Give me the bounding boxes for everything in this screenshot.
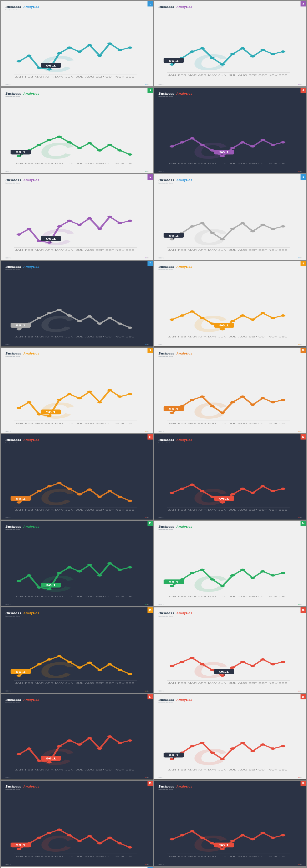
svg-point-301 [107, 490, 112, 492]
svg-text:JUL: JUL [229, 769, 237, 771]
svg-point-183 [87, 315, 92, 317]
chart-svg: C 96.1 JANFEBMARAPRMAYJUNJULAUGSEPOCTNOV… [159, 618, 302, 686]
svg-text:MAY: MAY [208, 682, 217, 684]
svg-point-120 [37, 240, 41, 242]
svg-text:MAR: MAR [35, 595, 44, 597]
svg-text:96.1: 96.1 [219, 151, 229, 154]
title-business-3: Business [5, 92, 22, 95]
dot-inactive-2 [300, 84, 302, 85]
footer-version-2: 01/365 V.1 [159, 84, 164, 86]
title-analytics-5: Analytics [23, 178, 39, 182]
svg-text:JUL: JUL [76, 249, 83, 251]
slide-subtitle-13: Lorem ipsum dolor sit amet [5, 529, 148, 530]
svg-text:JUL: JUL [229, 74, 237, 76]
title-business-5: Business [5, 178, 22, 182]
svg-text:DEC: DEC [278, 74, 287, 76]
svg-text:SEP: SEP [248, 162, 257, 164]
slide-number-badge-11: 11 [147, 434, 153, 439]
svg-text:AUG: AUG [85, 682, 94, 684]
svg-text:FEB: FEB [178, 162, 186, 164]
svg-text:96.1: 96.1 [219, 671, 229, 673]
svg-text:SEP: SEP [96, 249, 104, 251]
dot-inactive-14 [300, 604, 302, 605]
dot-inactive-7 [147, 344, 148, 345]
slide-7: 7 Business Analytics Lorem ipsum dolor s… [1, 261, 153, 347]
svg-text:DEC: DEC [278, 422, 287, 424]
footer-version-12: 01/365 V.1 [159, 517, 164, 519]
chart-svg: C 96.1 JANFEBMARAPRMAYJUNJULAUGSEPOCTNOV… [5, 444, 148, 513]
title-business-7: Business [5, 265, 22, 269]
svg-text:OCT: OCT [258, 249, 267, 251]
svg-point-239 [67, 393, 72, 395]
svg-text:JUL: JUL [229, 422, 237, 424]
title-analytics-9: Analytics [23, 352, 39, 355]
svg-text:96.1: 96.1 [16, 151, 26, 154]
svg-point-216 [281, 314, 285, 316]
svg-point-36 [220, 63, 225, 66]
svg-point-447 [271, 663, 275, 665]
svg-point-534 [117, 842, 122, 844]
slide-footer-17: 01/365 V.1 [5, 777, 148, 778]
dot-indicators-1 [145, 84, 148, 85]
slide-4: 4 Business Analytics Lorem ipsum dolor s… [154, 88, 306, 174]
svg-text:NOV: NOV [115, 422, 125, 424]
svg-text:JUL: JUL [229, 595, 237, 597]
svg-point-439 [190, 657, 195, 659]
svg-text:FEB: FEB [178, 855, 186, 858]
svg-text:NOV: NOV [268, 769, 278, 771]
dot-inactive-1 [147, 84, 148, 85]
svg-text:OCT: OCT [258, 769, 267, 771]
slide-11: 11 Business Analytics Lorem ipsum dolor … [1, 434, 153, 520]
dot-indicators-18 [298, 777, 302, 778]
svg-text:JAN: JAN [168, 422, 176, 424]
svg-point-35 [210, 57, 215, 59]
svg-text:MAY: MAY [55, 595, 64, 597]
svg-point-468 [37, 760, 41, 762]
title-analytics-3: Analytics [23, 92, 39, 95]
svg-point-467 [27, 747, 31, 750]
footer-version-18: 01/365 V.1 [159, 777, 164, 778]
svg-text:SEP: SEP [248, 855, 257, 858]
slide-footer-4: 01/365 V.1 [159, 170, 302, 172]
svg-point-444 [240, 661, 245, 663]
slide-number-badge-16: 16 [301, 608, 306, 613]
dot-inactive-16 [300, 690, 302, 692]
title-business-4: Business [159, 92, 175, 95]
chart-svg: C 96.1 JANFEBMARAPRMAYJUNJULAUGSEPOCTNOV… [159, 184, 302, 253]
svg-point-96 [240, 141, 245, 144]
svg-text:SEP: SEP [96, 76, 104, 78]
svg-text:APR: APR [45, 249, 54, 251]
svg-text:MAR: MAR [187, 509, 197, 511]
svg-text:JUL: JUL [229, 162, 237, 164]
svg-point-92 [200, 144, 205, 146]
svg-text:MAR: MAR [35, 422, 44, 424]
chart-area-10: C 96.1 JANFEBMARAPRMAYJUNJULAUGSEPOCTNOV… [159, 358, 302, 427]
svg-point-126 [97, 228, 102, 230]
svg-text:JUL: JUL [76, 422, 83, 424]
slide-subtitle-3: Lorem ipsum dolor sit amet [5, 96, 148, 97]
svg-text:JUN: JUN [218, 682, 227, 684]
svg-text:APR: APR [198, 595, 206, 597]
svg-point-503 [250, 750, 255, 752]
slide-footer-7: 01/365 V.1 [5, 344, 148, 345]
svg-point-89 [170, 145, 174, 148]
dot-active-10 [298, 431, 300, 432]
svg-point-6 [57, 52, 62, 54]
svg-text:NOV: NOV [268, 74, 278, 76]
svg-point-555 [190, 830, 195, 832]
svg-point-158 [281, 225, 285, 227]
svg-point-95 [230, 147, 235, 149]
svg-text:JAN: JAN [15, 162, 23, 164]
svg-point-502 [240, 742, 245, 744]
svg-point-91 [190, 137, 195, 139]
svg-text:AUG: AUG [85, 422, 94, 424]
chart-area-6: C 96.1 JANFEBMARAPRMAYJUNJULAUGSEPOCTNOV… [159, 184, 302, 253]
svg-text:AUG: AUG [238, 249, 247, 251]
svg-text:OCT: OCT [105, 682, 114, 684]
svg-point-360 [117, 568, 122, 571]
svg-text:SEP: SEP [248, 769, 257, 771]
svg-point-329 [250, 492, 255, 494]
svg-point-297 [67, 488, 72, 490]
title-business-10: Business [159, 352, 175, 355]
svg-point-389 [271, 574, 275, 577]
